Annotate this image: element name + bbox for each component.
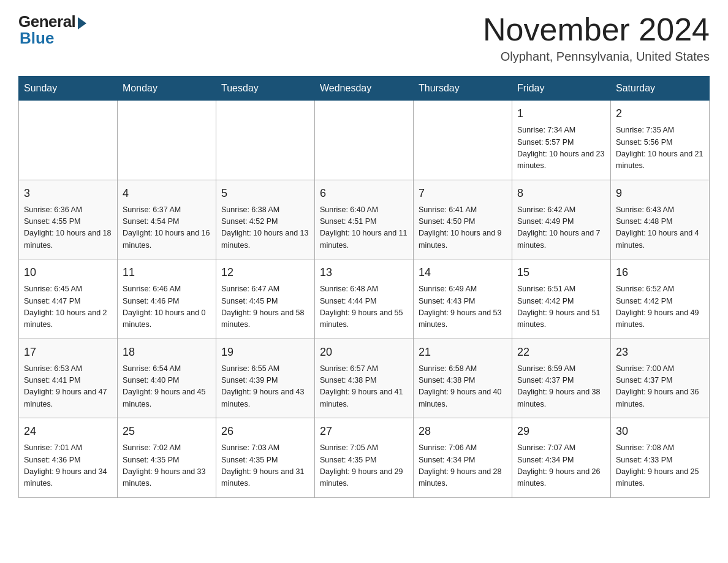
day-number: 13 (320, 264, 408, 281)
day-info: Sunrise: 6:57 AMSunset: 4:38 PMDaylight:… (320, 363, 408, 411)
calendar-cell (216, 101, 315, 180)
day-number: 1 (517, 105, 605, 122)
calendar-cell: 17Sunrise: 6:53 AMSunset: 4:41 PMDayligh… (19, 339, 118, 418)
day-number: 28 (419, 423, 507, 440)
day-number: 23 (616, 344, 704, 361)
day-number: 27 (320, 423, 408, 440)
calendar-cell: 13Sunrise: 6:48 AMSunset: 4:44 PMDayligh… (315, 259, 414, 339)
day-info: Sunrise: 6:40 AMSunset: 4:51 PMDaylight:… (320, 204, 408, 252)
calendar-week-row: 3Sunrise: 6:36 AMSunset: 4:55 PMDaylight… (19, 180, 710, 259)
day-info: Sunrise: 7:02 AMSunset: 4:35 PMDaylight:… (123, 442, 211, 490)
day-number: 20 (320, 344, 408, 361)
calendar-week-row: 24Sunrise: 7:01 AMSunset: 4:36 PMDayligh… (19, 418, 710, 498)
calendar-cell: 6Sunrise: 6:40 AMSunset: 4:51 PMDaylight… (315, 180, 414, 259)
day-info: Sunrise: 6:53 AMSunset: 4:41 PMDaylight:… (24, 363, 112, 411)
calendar-cell: 23Sunrise: 7:00 AMSunset: 4:37 PMDayligh… (611, 339, 710, 418)
logo: General Blue (18, 12, 86, 48)
title-area: November 2024 Olyphant, Pennsylvania, Un… (483, 12, 710, 64)
day-number: 30 (616, 423, 704, 440)
calendar-cell: 25Sunrise: 7:02 AMSunset: 4:35 PMDayligh… (118, 418, 216, 498)
day-info: Sunrise: 7:03 AMSunset: 4:35 PMDaylight:… (221, 442, 309, 490)
day-info: Sunrise: 6:52 AMSunset: 4:42 PMDaylight:… (616, 283, 704, 331)
calendar-cell: 16Sunrise: 6:52 AMSunset: 4:42 PMDayligh… (611, 259, 710, 339)
calendar-header-wednesday: Wednesday (315, 77, 414, 101)
day-number: 9 (616, 185, 704, 202)
calendar-cell: 22Sunrise: 6:59 AMSunset: 4:37 PMDayligh… (512, 339, 611, 418)
calendar-header-saturday: Saturday (611, 77, 710, 101)
calendar-cell: 19Sunrise: 6:55 AMSunset: 4:39 PMDayligh… (216, 339, 315, 418)
day-number: 7 (419, 185, 507, 202)
location-title: Olyphant, Pennsylvania, United States (483, 50, 710, 64)
calendar-header-row: SundayMondayTuesdayWednesdayThursdayFrid… (19, 77, 710, 101)
day-info: Sunrise: 7:35 AMSunset: 5:56 PMDaylight:… (616, 124, 704, 172)
calendar-cell: 30Sunrise: 7:08 AMSunset: 4:33 PMDayligh… (611, 418, 710, 498)
calendar-week-row: 10Sunrise: 6:45 AMSunset: 4:47 PMDayligh… (19, 259, 710, 339)
calendar-cell (19, 101, 118, 180)
day-number: 10 (24, 264, 112, 281)
day-info: Sunrise: 6:46 AMSunset: 4:46 PMDaylight:… (123, 283, 211, 331)
calendar-header-sunday: Sunday (19, 77, 118, 101)
day-info: Sunrise: 7:08 AMSunset: 4:33 PMDaylight:… (616, 442, 704, 490)
calendar-cell: 14Sunrise: 6:49 AMSunset: 4:43 PMDayligh… (414, 259, 512, 339)
day-number: 8 (517, 185, 605, 202)
calendar-week-row: 1Sunrise: 7:34 AMSunset: 5:57 PMDaylight… (19, 101, 710, 180)
day-info: Sunrise: 7:06 AMSunset: 4:34 PMDaylight:… (419, 442, 507, 490)
day-number: 17 (24, 344, 112, 361)
day-info: Sunrise: 6:47 AMSunset: 4:45 PMDaylight:… (221, 283, 309, 331)
day-number: 29 (517, 423, 605, 440)
calendar-cell: 1Sunrise: 7:34 AMSunset: 5:57 PMDaylight… (512, 101, 611, 180)
day-info: Sunrise: 7:05 AMSunset: 4:35 PMDaylight:… (320, 442, 408, 490)
day-info: Sunrise: 6:42 AMSunset: 4:49 PMDaylight:… (517, 204, 605, 252)
calendar-header-friday: Friday (512, 77, 611, 101)
calendar-cell: 27Sunrise: 7:05 AMSunset: 4:35 PMDayligh… (315, 418, 414, 498)
calendar-header-thursday: Thursday (414, 77, 512, 101)
calendar-cell: 11Sunrise: 6:46 AMSunset: 4:46 PMDayligh… (118, 259, 216, 339)
day-info: Sunrise: 6:58 AMSunset: 4:38 PMDaylight:… (419, 363, 507, 411)
day-number: 19 (221, 344, 309, 361)
day-info: Sunrise: 6:45 AMSunset: 4:47 PMDaylight:… (24, 283, 112, 331)
calendar-cell: 28Sunrise: 7:06 AMSunset: 4:34 PMDayligh… (414, 418, 512, 498)
calendar-header-monday: Monday (118, 77, 216, 101)
calendar-cell: 21Sunrise: 6:58 AMSunset: 4:38 PMDayligh… (414, 339, 512, 418)
calendar-cell: 7Sunrise: 6:41 AMSunset: 4:50 PMDaylight… (414, 180, 512, 259)
day-number: 5 (221, 185, 309, 202)
day-number: 4 (123, 185, 211, 202)
calendar-cell (414, 101, 512, 180)
day-info: Sunrise: 6:54 AMSunset: 4:40 PMDaylight:… (123, 363, 211, 411)
calendar-week-row: 17Sunrise: 6:53 AMSunset: 4:41 PMDayligh… (19, 339, 710, 418)
day-info: Sunrise: 6:43 AMSunset: 4:48 PMDaylight:… (616, 204, 704, 252)
calendar-cell: 24Sunrise: 7:01 AMSunset: 4:36 PMDayligh… (19, 418, 118, 498)
calendar-cell: 20Sunrise: 6:57 AMSunset: 4:38 PMDayligh… (315, 339, 414, 418)
calendar-cell: 8Sunrise: 6:42 AMSunset: 4:49 PMDaylight… (512, 180, 611, 259)
calendar-header-tuesday: Tuesday (216, 77, 315, 101)
calendar-cell: 4Sunrise: 6:37 AMSunset: 4:54 PMDaylight… (118, 180, 216, 259)
logo-arrow-icon (78, 17, 86, 29)
day-number: 24 (24, 423, 112, 440)
day-number: 22 (517, 344, 605, 361)
day-number: 2 (616, 105, 704, 122)
calendar-cell: 10Sunrise: 6:45 AMSunset: 4:47 PMDayligh… (19, 259, 118, 339)
calendar-cell: 15Sunrise: 6:51 AMSunset: 4:42 PMDayligh… (512, 259, 611, 339)
calendar-table: SundayMondayTuesdayWednesdayThursdayFrid… (18, 76, 710, 498)
calendar-cell: 9Sunrise: 6:43 AMSunset: 4:48 PMDaylight… (611, 180, 710, 259)
day-info: Sunrise: 7:00 AMSunset: 4:37 PMDaylight:… (616, 363, 704, 411)
day-number: 12 (221, 264, 309, 281)
calendar-cell: 12Sunrise: 6:47 AMSunset: 4:45 PMDayligh… (216, 259, 315, 339)
calendar-cell: 18Sunrise: 6:54 AMSunset: 4:40 PMDayligh… (118, 339, 216, 418)
logo-blue-text: Blue (20, 29, 54, 48)
day-number: 25 (123, 423, 211, 440)
day-number: 18 (123, 344, 211, 361)
day-info: Sunrise: 7:34 AMSunset: 5:57 PMDaylight:… (517, 124, 605, 172)
day-info: Sunrise: 6:38 AMSunset: 4:52 PMDaylight:… (221, 204, 309, 252)
day-number: 15 (517, 264, 605, 281)
day-number: 14 (419, 264, 507, 281)
day-info: Sunrise: 6:36 AMSunset: 4:55 PMDaylight:… (24, 204, 112, 252)
calendar-cell (315, 101, 414, 180)
day-info: Sunrise: 7:07 AMSunset: 4:34 PMDaylight:… (517, 442, 605, 490)
header: General Blue November 2024 Olyphant, Pen… (18, 12, 710, 64)
calendar-cell: 3Sunrise: 6:36 AMSunset: 4:55 PMDaylight… (19, 180, 118, 259)
day-info: Sunrise: 6:55 AMSunset: 4:39 PMDaylight:… (221, 363, 309, 411)
day-info: Sunrise: 6:48 AMSunset: 4:44 PMDaylight:… (320, 283, 408, 331)
day-number: 26 (221, 423, 309, 440)
day-number: 16 (616, 264, 704, 281)
